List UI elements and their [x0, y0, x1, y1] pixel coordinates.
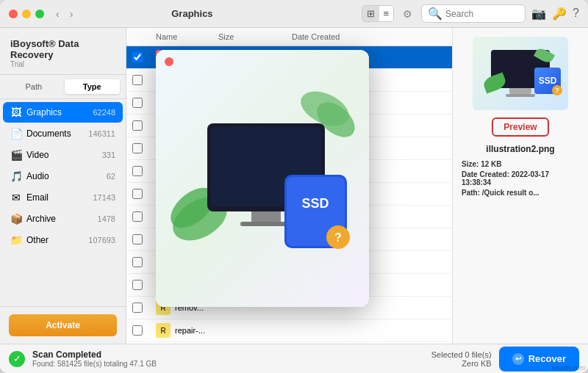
file-icon-13: R — [156, 323, 171, 338]
file-checkbox-5[interactable] — [132, 143, 143, 153]
other-icon: 📁 — [10, 234, 22, 246]
close-button[interactable] — [9, 10, 18, 18]
preview-size-value: 12 KB — [481, 160, 501, 168]
file-checkbox-11[interactable] — [132, 280, 143, 290]
file-checkbox-2[interactable] — [132, 75, 143, 85]
scan-detail-text: Found: 581425 file(s) totaling 47.1 GB — [32, 360, 424, 368]
video-label: Video — [26, 150, 98, 160]
sidebar-item-other[interactable]: 📁 Other 107693 — [3, 230, 123, 250]
preview-path-label: Path: — [462, 189, 480, 197]
file-name-13: repair-... — [175, 326, 205, 335]
mini-leaf-left-icon — [481, 72, 507, 93]
scan-complete-icon: ✓ — [9, 351, 25, 367]
preview-button[interactable]: Preview — [492, 117, 548, 137]
file-checkbox-6[interactable] — [132, 166, 143, 176]
recover-label: Recover — [528, 353, 566, 364]
file-name-cell-13: R repair-... — [156, 323, 218, 338]
email-label: Email — [26, 192, 88, 203]
sidebar-item-video[interactable]: 🎬 Video 331 — [3, 145, 123, 165]
tab-path[interactable]: Path — [6, 79, 62, 94]
col-extra — [424, 32, 446, 41]
preview-overlay: SSD ? — [156, 50, 369, 307]
audio-count: 62 — [107, 172, 115, 181]
file-row-14[interactable]: R repair-... — [126, 342, 452, 344]
audio-icon: 🎵 — [10, 170, 22, 182]
filter-button[interactable]: ⚙ — [400, 7, 415, 21]
sidebar-tabs: Path Type — [0, 75, 126, 99]
titlebar-right: ⊞ ≡ ⚙ 🔍 📷 🔑 ? — [362, 4, 580, 23]
svg-text:?: ? — [334, 231, 342, 244]
file-area: Name Size Date Created P illustration2.p… — [126, 28, 452, 344]
preview-path-detail: Path: /Quick result o... — [462, 189, 579, 197]
search-icon: 🔍 — [428, 7, 442, 21]
app-trial: Trial — [10, 60, 115, 68]
mini-base — [506, 94, 535, 97]
search-box: 🔍 — [421, 4, 526, 23]
tab-type[interactable]: Type — [65, 79, 121, 94]
mini-question-icon: ? — [552, 85, 562, 95]
preview-file-name: illustration2.png — [486, 144, 554, 154]
file-checkbox-7[interactable] — [132, 189, 143, 199]
graphics-label: Graphics — [26, 107, 88, 117]
sidebar-item-audio[interactable]: 🎵 Audio 62 — [3, 166, 123, 186]
preview-path-value: /Quick result o... — [482, 189, 539, 197]
preview-size-detail: Size: 12 KB — [462, 160, 579, 168]
documents-icon: 📄 — [10, 128, 22, 140]
content-area: iBoysoft® Data Recovery Trial Path Type … — [0, 28, 588, 344]
preview-close-button[interactable] — [165, 57, 173, 66]
activate-section: Activate — [0, 306, 126, 344]
file-row-13[interactable]: R repair-... — [126, 319, 452, 342]
bottom-bar: ✓ Scan Completed Found: 581425 file(s) t… — [0, 344, 588, 373]
file-checkbox-9[interactable] — [132, 234, 143, 245]
sidebar: iBoysoft® Data Recovery Trial Path Type … — [0, 28, 126, 344]
other-label: Other — [26, 235, 84, 245]
other-count: 107693 — [88, 236, 115, 245]
graphics-icon: 🖼 — [10, 106, 22, 118]
preview-date-label: Date Created: — [462, 170, 509, 178]
selected-files-text: Selected 0 file(s) — [431, 350, 492, 359]
sidebar-item-email[interactable]: ✉ Email 17143 — [3, 187, 123, 208]
col-date[interactable]: Date Created — [292, 32, 424, 41]
search-input[interactable] — [445, 9, 519, 19]
file-checkbox-3[interactable] — [132, 98, 143, 108]
email-count: 17143 — [93, 193, 115, 202]
grid-view-button[interactable]: ⊞ — [362, 6, 379, 21]
file-checkbox-12[interactable] — [132, 303, 143, 313]
audio-label: Audio — [26, 171, 102, 181]
archive-icon: 📦 — [10, 213, 22, 225]
preview-date-detail: Date Created: 2022-03-17 13:38:34 — [462, 170, 579, 186]
main-window: ‹ › Graphics ⊞ ≡ ⚙ 🔍 📷 🔑 ? iBoy — [0, 0, 588, 373]
right-panel: SSD ? Preview illustration2.png Size: 12… — [452, 28, 588, 344]
sidebar-list: 🖼 Graphics 62248 📄 Documents 146311 🎬 Vi… — [0, 99, 126, 306]
svg-rect-7 — [240, 222, 292, 226]
sidebar-item-archive[interactable]: 📦 Archive 1478 — [3, 209, 123, 229]
file-checkbox-4[interactable] — [132, 120, 143, 131]
col-name[interactable]: Name — [156, 32, 218, 41]
activate-button[interactable]: Activate — [9, 314, 117, 336]
selected-size-text: Zero KB — [431, 359, 492, 368]
mini-stand — [509, 88, 531, 94]
archive-label: Archive — [26, 214, 93, 224]
list-view-button[interactable]: ≡ — [379, 6, 394, 21]
scan-status-text: Scan Completed — [32, 350, 424, 360]
preview-size-label: Size: — [462, 160, 478, 168]
mini-ssd-icon: SSD ? — [534, 68, 561, 94]
email-icon: ✉ — [10, 192, 22, 203]
help-icon[interactable]: ? — [573, 7, 579, 21]
selected-info: Selected 0 file(s) Zero KB — [431, 350, 492, 368]
camera-icon[interactable]: 📷 — [531, 7, 546, 21]
sidebar-item-graphics[interactable]: 🖼 Graphics 62248 — [3, 102, 123, 123]
file-checkbox-1[interactable] — [132, 52, 143, 62]
col-check — [132, 32, 156, 41]
key-icon[interactable]: 🔑 — [552, 7, 567, 21]
sidebar-item-documents[interactable]: 📄 Documents 146311 — [3, 123, 123, 144]
file-checkbox-13[interactable] — [132, 325, 143, 336]
video-icon: 🎬 — [10, 149, 22, 161]
preview-thumbnail: SSD ? — [473, 37, 568, 110]
file-checkbox-8[interactable] — [132, 211, 143, 222]
svg-text:SSD: SSD — [301, 196, 329, 211]
file-list-header: Name Size Date Created — [126, 28, 452, 46]
file-checkbox-10[interactable] — [132, 257, 143, 267]
window-title: Graphics — [23, 8, 361, 19]
col-size[interactable]: Size — [218, 32, 292, 41]
